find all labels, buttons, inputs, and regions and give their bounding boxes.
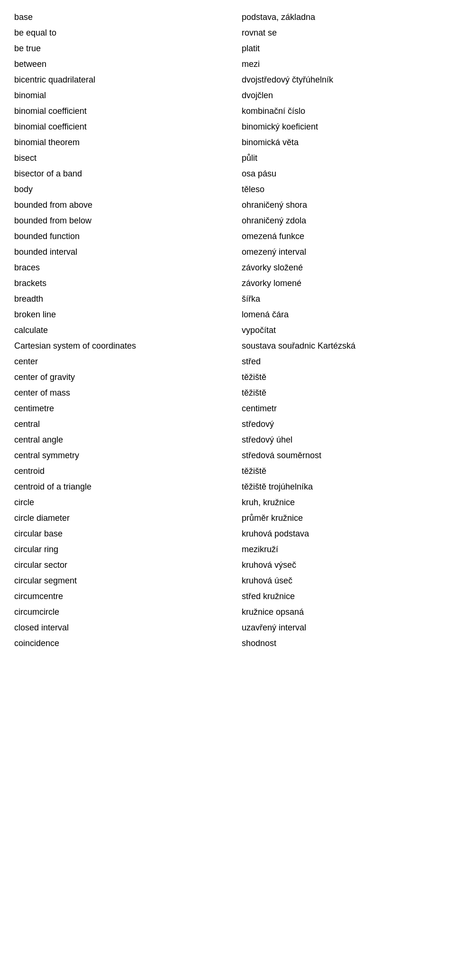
- english-term: base: [14, 12, 242, 22]
- czech-term: těžiště: [242, 466, 441, 476]
- table-row: centroidtěžiště: [14, 463, 441, 479]
- table-row: bounded from belowohraničený zdola: [14, 213, 441, 229]
- english-term: bisect: [14, 153, 242, 163]
- english-term: binomial coefficient: [14, 122, 242, 132]
- table-row: basepodstava, základna: [14, 9, 441, 25]
- table-row: circular basekruhová podstava: [14, 526, 441, 542]
- table-row: circumcentrestřed kružnice: [14, 589, 441, 604]
- table-row: bisectpůlit: [14, 150, 441, 166]
- english-term: closed interval: [14, 623, 242, 633]
- table-row: bicentric quadrilateraldvojstředový čtyř…: [14, 72, 441, 88]
- table-row: betweenmezi: [14, 56, 441, 72]
- czech-term: binomická věta: [242, 138, 441, 148]
- table-row: Cartesian system of coordinatessoustava …: [14, 338, 441, 354]
- table-row: bounded functionomezená funkce: [14, 229, 441, 244]
- czech-term: kombinační číslo: [242, 106, 441, 116]
- czech-term: mezi: [242, 59, 441, 69]
- english-term: bounded from above: [14, 200, 242, 210]
- czech-term: závorky lomené: [242, 278, 441, 288]
- english-term: binomial coefficient: [14, 106, 242, 116]
- english-term: calculate: [14, 325, 242, 335]
- english-term: circular ring: [14, 545, 242, 555]
- english-term: bicentric quadrilateral: [14, 75, 242, 85]
- czech-term: podstava, základna: [242, 12, 441, 22]
- table-row: center of masstěžiště: [14, 385, 441, 401]
- english-term: central: [14, 419, 242, 429]
- english-term: bounded from below: [14, 216, 242, 226]
- table-row: calculatevypočítat: [14, 323, 441, 338]
- table-row: breadthšířka: [14, 291, 441, 307]
- dictionary-table: basepodstava, základnabe equal torovnat …: [0, 0, 455, 661]
- czech-term: těleso: [242, 185, 441, 194]
- czech-term: střed: [242, 357, 441, 367]
- czech-term: středová souměrnost: [242, 451, 441, 461]
- table-row: circular sectorkruhová výseč: [14, 557, 441, 573]
- czech-term: uzavřený interval: [242, 623, 441, 633]
- english-term: circle: [14, 498, 242, 508]
- english-term: circumcentre: [14, 592, 242, 601]
- english-term: centroid of a triangle: [14, 482, 242, 492]
- czech-term: středový: [242, 419, 441, 429]
- english-term: central symmetry: [14, 451, 242, 461]
- table-row: centimetrecentimetr: [14, 401, 441, 416]
- english-term: circular segment: [14, 576, 242, 586]
- table-row: central symmetrystředová souměrnost: [14, 448, 441, 463]
- czech-term: mezikruží: [242, 545, 441, 555]
- czech-term: těžiště: [242, 372, 441, 382]
- table-row: bisector of a bandosa pásu: [14, 166, 441, 182]
- english-term: center of gravity: [14, 372, 242, 382]
- english-term: bisector of a band: [14, 169, 242, 179]
- english-term: centimetre: [14, 404, 242, 414]
- table-row: bodytěleso: [14, 182, 441, 197]
- english-term: between: [14, 59, 242, 69]
- czech-term: šířka: [242, 294, 441, 304]
- english-term: brackets: [14, 278, 242, 288]
- english-term: body: [14, 185, 242, 194]
- table-row: centroid of a triangle těžiště trojúheln…: [14, 479, 441, 495]
- czech-term: binomický koeficient: [242, 122, 441, 132]
- czech-term: těžiště: [242, 388, 441, 398]
- czech-term: kruhová výseč: [242, 560, 441, 570]
- table-row: center of gravitytěžiště: [14, 370, 441, 385]
- table-row: binomial coefficientkombinační číslo: [14, 103, 441, 119]
- czech-term: středový úhel: [242, 435, 441, 445]
- table-row: binomial theorembinomická věta: [14, 135, 441, 150]
- table-row: closed intervaluzavřený interval: [14, 620, 441, 636]
- czech-term: omezená funkce: [242, 231, 441, 241]
- czech-term: soustava souřadnic Kartézská: [242, 341, 441, 351]
- table-row: bracketszávorky lomené: [14, 276, 441, 291]
- english-term: be true: [14, 44, 242, 54]
- table-row: circlekruh, kružnice: [14, 495, 441, 510]
- czech-term: omezený interval: [242, 247, 441, 257]
- czech-term: těžiště trojúhelníka: [242, 482, 441, 492]
- english-term: central angle: [14, 435, 242, 445]
- english-term: braces: [14, 263, 242, 273]
- czech-term: vypočítat: [242, 325, 441, 335]
- czech-term: kruhová úseč: [242, 576, 441, 586]
- table-row: bounded intervalomezený interval: [14, 244, 441, 260]
- english-term: Cartesian system of coordinates: [14, 341, 242, 351]
- english-term: centroid: [14, 466, 242, 476]
- table-row: be trueplatit: [14, 41, 441, 56]
- czech-term: závorky složené: [242, 263, 441, 273]
- czech-term: průměr kružnice: [242, 513, 441, 523]
- czech-term: lomená čára: [242, 310, 441, 320]
- table-row: coincidenceshodnost: [14, 636, 441, 651]
- table-row: binomialdvojčlen: [14, 88, 441, 103]
- czech-term: centimetr: [242, 404, 441, 414]
- english-term: be equal to: [14, 28, 242, 38]
- table-row: bounded from aboveohraničený shora: [14, 197, 441, 213]
- czech-term: půlit: [242, 153, 441, 163]
- table-row: circle diameterprůměr kružnice: [14, 510, 441, 526]
- czech-term: dvojstředový čtyřúhelník: [242, 75, 441, 85]
- english-term: binomial theorem: [14, 138, 242, 148]
- czech-term: střed kružnice: [242, 592, 441, 601]
- czech-term: rovnat se: [242, 28, 441, 38]
- english-term: circumcircle: [14, 607, 242, 617]
- english-term: center: [14, 357, 242, 367]
- english-term: circle diameter: [14, 513, 242, 523]
- table-row: circular ringmezikruží: [14, 542, 441, 557]
- table-row: centralstředový: [14, 416, 441, 432]
- english-term: broken line: [14, 310, 242, 320]
- czech-term: ohraničený zdola: [242, 216, 441, 226]
